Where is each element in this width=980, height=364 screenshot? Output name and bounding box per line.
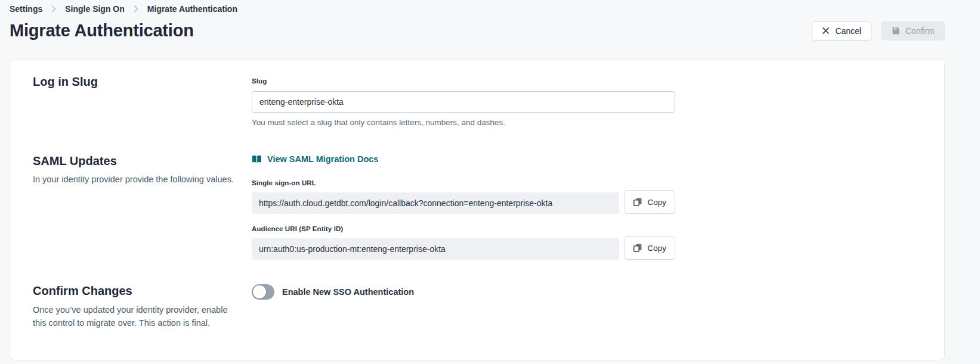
login-slug-section: Log in Slug Slug You must select a slug … (33, 75, 922, 127)
audience-uri-value: urn:auth0:us-production-mt:enteng-enterp… (252, 238, 619, 260)
copy-sso-url-button[interactable]: Copy (624, 190, 675, 214)
cancel-button-label: Cancel (835, 26, 861, 36)
audience-uri-label: Audience URI (SP Entity ID) (252, 225, 343, 232)
slug-label: Slug (252, 77, 267, 85)
book-open-icon (252, 155, 262, 163)
breadcrumb: Settings Single Sign On Migrate Authenti… (10, 0, 945, 14)
header-actions: Cancel Confirm (812, 21, 945, 41)
view-saml-migration-docs-link[interactable]: View SAML Migration Docs (252, 154, 378, 164)
chevron-right-icon (51, 5, 57, 13)
breadcrumb-migrate-authentication: Migrate Authentication (147, 4, 237, 14)
slug-input[interactable] (252, 91, 675, 113)
close-icon (822, 27, 830, 35)
confirm-button-label: Confirm (905, 26, 935, 36)
sso-url-value: https://auth.cloud.getdbt.com/login/call… (252, 192, 619, 214)
confirm-changes-heading: Confirm Changes (33, 284, 252, 298)
page-title: Migrate Authentication (10, 21, 194, 41)
sso-url-label: Single sign-on URL (252, 179, 316, 186)
cancel-button[interactable]: Cancel (812, 21, 871, 41)
confirm-changes-section: Confirm Changes Once you’ve updated your… (33, 284, 922, 330)
confirm-button[interactable]: Confirm (881, 21, 945, 41)
breadcrumb-settings[interactable]: Settings (10, 4, 42, 14)
breadcrumb-single-sign-on[interactable]: Single Sign On (65, 4, 125, 14)
saml-updates-section: SAML Updates In your identity provider p… (33, 154, 922, 260)
enable-sso-toggle[interactable] (252, 284, 274, 300)
migrate-authentication-page: Settings Single Sign On Migrate Authenti… (0, 0, 980, 364)
enable-sso-toggle-label: Enable New SSO Authentication (282, 287, 414, 297)
copy-icon (633, 243, 642, 253)
saml-updates-heading: SAML Updates (33, 154, 252, 168)
copy-audience-uri-button[interactable]: Copy (624, 236, 675, 260)
copy-icon (633, 197, 642, 207)
page-header: Migrate Authentication Cancel (10, 21, 945, 41)
login-slug-heading: Log in Slug (33, 75, 252, 89)
confirm-changes-description: Once you’ve updated your identity provid… (33, 304, 230, 330)
saml-updates-subtitle: In your identity provider provide the fo… (33, 173, 236, 186)
save-icon (891, 26, 900, 35)
chevron-right-icon (133, 5, 139, 13)
docs-link-label: View SAML Migration Docs (267, 154, 378, 164)
slug-helper-text: You must select a slug that only contain… (252, 118, 675, 127)
migrate-authentication-card: Log in Slug Slug You must select a slug … (10, 59, 945, 360)
toggle-knob (253, 285, 266, 298)
copy-button-label: Copy (647, 198, 666, 207)
copy-button-label: Copy (647, 244, 666, 253)
